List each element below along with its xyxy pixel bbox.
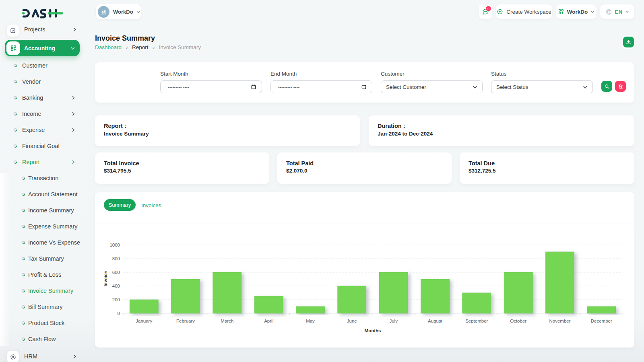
svg-text:1000: 1000: [109, 243, 120, 247]
svg-text:January: January: [136, 319, 152, 323]
svg-text:March: March: [221, 319, 233, 323]
svg-text:September: September: [465, 319, 488, 323]
svg-text:October: October: [510, 319, 526, 323]
svg-text:200: 200: [112, 297, 120, 302]
svg-text:April: April: [264, 319, 273, 323]
svg-text:400: 400: [112, 284, 120, 288]
svg-text:Months: Months: [365, 328, 381, 333]
svg-text:800: 800: [112, 256, 120, 261]
svg-text:May: May: [306, 319, 315, 323]
svg-text:December: December: [591, 319, 612, 323]
svg-text:0: 0: [118, 311, 120, 316]
svg-text:June: June: [347, 319, 357, 323]
svg-text:November: November: [549, 319, 570, 323]
svg-text:July: July: [389, 319, 398, 323]
svg-text:600: 600: [112, 270, 120, 275]
svg-text:Invoice: Invoice: [103, 271, 108, 286]
svg-text:February: February: [176, 319, 195, 323]
svg-text:August: August: [428, 319, 443, 323]
